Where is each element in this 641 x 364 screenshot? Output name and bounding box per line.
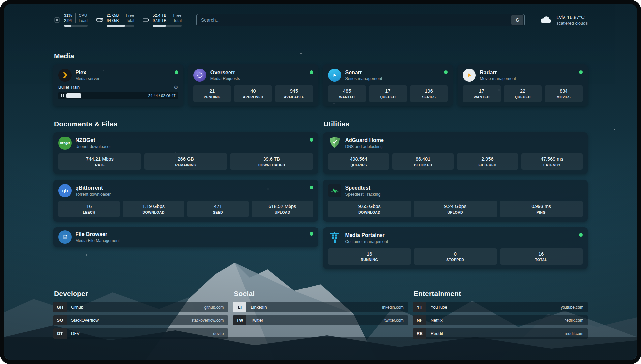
cpu-widget: 31% 2.94 CPU Load xyxy=(53,13,88,27)
section-title-media: Media xyxy=(54,52,588,60)
section-title-entertainment: Entertainment xyxy=(414,290,588,298)
search-input[interactable] xyxy=(196,14,525,26)
app-subtitle: Speedtest Tracking xyxy=(345,192,381,197)
stat-latency: 47.569 msLATENCY xyxy=(521,153,583,170)
weather-widget: Lviv, 16.87°C scattered clouds xyxy=(540,14,588,26)
stat-remaining: 266 GBREMAINING xyxy=(144,153,228,170)
playback-track[interactable] xyxy=(66,93,146,98)
plex-icon xyxy=(58,69,72,82)
stat-pending: 21PENDING xyxy=(193,85,231,102)
app-title: File Browser xyxy=(76,231,120,237)
portainer-card[interactable]: Media Portainer Container management 16R… xyxy=(323,227,588,269)
status-dot xyxy=(579,233,583,237)
status-dot xyxy=(310,232,313,236)
disk-free-value: 52.4 TB xyxy=(153,13,167,18)
app-title: Media Portainer xyxy=(345,232,388,238)
bookmark-netflix[interactable]: NF Netflix netflix.com xyxy=(413,315,588,325)
playback-progress-fill xyxy=(66,93,81,98)
app-title: Radarr xyxy=(480,70,516,76)
disk-usage-fill xyxy=(153,25,166,27)
stat-stopped: 0STOPPED xyxy=(414,248,497,265)
app-subtitle: Media File Management xyxy=(76,238,120,243)
disk-total-value: 97.9 TB xyxy=(153,18,167,24)
cloud-icon xyxy=(540,15,552,25)
app-subtitle: DNS and adblocking xyxy=(345,144,384,149)
qbittorrent-card[interactable]: qb qBittorrent Torrent downloader 16LEEC… xyxy=(53,180,318,222)
stat-upload: 9.24 GbpsUPLOAD xyxy=(414,201,497,217)
app-subtitle: Usenet downloader xyxy=(76,144,111,149)
speedtest-card[interactable]: Speedtest Speedtest Tracking 9.65 GbpsDO… xyxy=(323,180,588,222)
bookmark-twitter[interactable]: TW Twitter twitter.com xyxy=(233,315,408,325)
reddit-icon: RE xyxy=(413,328,426,339)
top-bar: 31% 2.94 CPU Load xyxy=(53,13,588,27)
bookmark-group-entertainment: Entertainment YT YouTube youtube.com NF … xyxy=(413,290,588,342)
stat-download: 9.65 GbpsDOWNLOAD xyxy=(328,201,411,217)
linkedin-icon: LI xyxy=(233,302,246,312)
status-dot xyxy=(310,70,313,74)
bookmark-github[interactable]: GH Github github.com xyxy=(53,302,228,312)
cpu-label-top: CPU xyxy=(79,13,88,18)
bookmark-reddit[interactable]: RE Reddit reddit.com xyxy=(413,328,588,339)
filebrowser-card[interactable]: File Browser Media File Management xyxy=(53,227,318,247)
status-dot xyxy=(310,186,313,189)
twitter-icon: TW xyxy=(233,315,246,325)
cpu-percent: 31% xyxy=(64,13,72,18)
youtube-icon: YT xyxy=(413,302,426,312)
bookmark-stackoverflow[interactable]: SO StackOverflow stackoverflow.com xyxy=(53,315,228,325)
app-title: qBittorrent xyxy=(76,185,111,191)
search-engine-button[interactable]: G xyxy=(511,15,523,25)
status-dot xyxy=(310,138,313,142)
stat-queued: 22QUEUED xyxy=(504,85,542,102)
adguard-card[interactable]: AdGuard Home DNS and adblocking 498,564Q… xyxy=(323,132,588,174)
bookmark-group-social: Social LI LinkedIn linkedin.com TW Twitt… xyxy=(233,290,408,342)
stat-seed: 471SEED xyxy=(187,201,249,217)
playback-time: 24:44 / 02:06:47 xyxy=(148,94,176,98)
filebrowser-icon xyxy=(58,230,72,244)
section-title-utilities: Utilities xyxy=(324,120,588,128)
bookmark-youtube[interactable]: YT YouTube youtube.com xyxy=(413,302,588,312)
plex-card[interactable]: Plex Media server Bullet Train ⚙ xyxy=(53,64,183,106)
disk-label-bottom: Total xyxy=(173,18,182,24)
sonarr-icon xyxy=(328,69,341,82)
playback-bar[interactable]: 24:44 / 02:06:47 xyxy=(58,92,178,99)
screenshot-stage: 31% 2.94 CPU Load xyxy=(0,0,641,364)
app-subtitle: Torrent downloader xyxy=(76,192,111,197)
dashboard-screen: 31% 2.94 CPU Load xyxy=(4,4,637,360)
app-subtitle: Series management xyxy=(345,76,382,81)
stat-rate: 744.21 MbpsRATE xyxy=(58,153,141,170)
nzbget-card[interactable]: nzbget NZBGet Usenet downloader 744.21 M… xyxy=(53,132,318,174)
overseerr-card[interactable]: Overseerr Media Requests 21PENDING 40APP… xyxy=(188,64,318,106)
stackoverflow-icon: SO xyxy=(53,315,67,325)
bookmark-dev[interactable]: DT DEV dev.to xyxy=(53,328,228,339)
stat-queries: 498,564QUERIES xyxy=(328,153,389,170)
settings-gear-icon[interactable]: ⚙ xyxy=(174,85,178,90)
app-title: Overseerr xyxy=(210,70,240,76)
section-title-developer: Developer xyxy=(54,290,228,298)
stat-queued: 17QUEUED xyxy=(369,85,407,102)
status-dot xyxy=(444,70,448,74)
stat-available: 945AVAILABLE xyxy=(275,85,313,102)
snow-particles xyxy=(4,4,5,5)
radarr-card[interactable]: Radarr Movie management 17WANTED 22QUEUE… xyxy=(458,64,588,106)
disk-label-top: Free xyxy=(173,13,182,18)
ram-usage-bar xyxy=(107,25,134,27)
sonarr-card[interactable]: Sonarr Series management 485WANTED 17QUE… xyxy=(323,64,453,106)
disk-widget: 52.4 TB 97.9 TB Free Total xyxy=(142,13,182,27)
cpu-load-value: 2.94 xyxy=(64,18,72,24)
ram-icon xyxy=(96,16,104,24)
now-playing-title: Bullet Train xyxy=(58,85,80,90)
stat-approved: 40APPROVED xyxy=(234,85,272,102)
bookmark-linkedin[interactable]: LI LinkedIn linkedin.com xyxy=(233,302,408,312)
stat-downloaded: 39.6 TBDOWNLOADED xyxy=(230,153,313,170)
weather-location: Lviv, 16.87°C xyxy=(556,14,588,21)
portainer-icon xyxy=(328,231,341,245)
ram-label-top: Free xyxy=(126,13,134,18)
qbittorrent-icon: qb xyxy=(58,184,72,197)
stat-upload: 618.52 MbpsUPLOAD xyxy=(252,201,313,217)
stat-series: 196SERIES xyxy=(410,85,448,102)
github-icon: GH xyxy=(53,302,67,312)
ram-usage-fill xyxy=(107,25,125,27)
app-window: 31% 2.94 CPU Load xyxy=(0,0,641,364)
pause-icon[interactable] xyxy=(61,94,64,97)
app-subtitle: Media server xyxy=(76,76,99,81)
